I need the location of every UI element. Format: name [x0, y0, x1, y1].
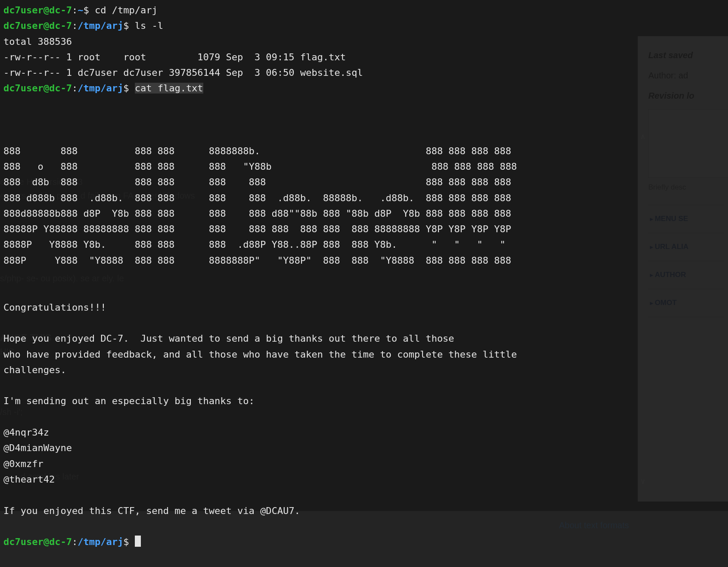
- flag-body-line: Hope you enjoyed DC-7. Just wanted to se…: [3, 333, 454, 344]
- cmd-cat: cat flag.txt: [135, 83, 203, 93]
- flag-banner-line: 888 d8b 888 888 888 888 888 888 888 888 …: [3, 177, 511, 187]
- flag-banner-line: 88888P Y88888 88888888 888 888 888 888 8…: [3, 224, 511, 234]
- prompt-sigil: $: [83, 5, 89, 16]
- ls-total: total 388536: [3, 36, 72, 47]
- flag-body-line: Congratulations!!!: [3, 302, 106, 313]
- flag-banner-line: 8888P Y8888 Y8b. 888 888 888 .d88P Y88..…: [3, 239, 511, 250]
- cmd-ls: ls -l: [135, 20, 163, 31]
- flag-banner-line: 888 d888b 888 .d88b. 888 888 888 888 .d8…: [3, 193, 511, 203]
- flag-body-line: @D4mianWayne: [3, 442, 72, 453]
- prompt-user-host: dc7user@dc-7: [3, 83, 72, 93]
- prompt-sigil: $: [123, 536, 129, 547]
- prompt-path: /tmp/arj: [78, 20, 123, 31]
- flag-body-line: @4nqr34z: [3, 427, 49, 438]
- flag-banner-line: 888d88888b888 d8P Y8b 888 888 888 888 d8…: [3, 208, 511, 219]
- flag-body-line: challenges.: [3, 364, 66, 375]
- flag-body-line: @0xmzfr: [3, 458, 44, 469]
- flag-body-line: @theart42: [3, 474, 55, 485]
- prompt-path: /tmp/arj: [78, 83, 123, 93]
- prompt-sigil: $: [123, 83, 129, 93]
- flag-body-line: If you enjoyed this CTF, send me a tweet…: [3, 505, 300, 516]
- prompt-path: /tmp/arj: [78, 536, 123, 547]
- prompt-sigil: $: [123, 20, 129, 31]
- flag-banner-line: 888P Y888 "Y8888 888 888 8888888P" "Y88P…: [3, 255, 511, 266]
- flag-body-line: who have provided feedback, and all thos…: [3, 349, 517, 360]
- prompt-user-host: dc7user@dc-7: [3, 5, 72, 16]
- prompt-user-host: dc7user@dc-7: [3, 536, 72, 547]
- terminal[interactable]: dc7user@dc-7:~$ cd /tmp/arj dc7user@dc-7…: [0, 0, 728, 567]
- cmd-cd: cd /tmp/arj: [95, 5, 158, 16]
- ls-row-flag: -rw-r--r-- 1 root root 1079 Sep 3 09:15 …: [3, 52, 346, 62]
- prompt-path-home: ~: [78, 5, 83, 16]
- prompt-user-host: dc7user@dc-7: [3, 20, 72, 31]
- flag-body-line: I'm sending out an especially big thanks…: [3, 396, 255, 406]
- ls-row-website: -rw-r--r-- 1 dc7user dc7user 397856144 S…: [3, 67, 363, 78]
- flag-banner-line: 888 o 888 888 888 888 "Y88b 888 888 888 …: [3, 161, 517, 172]
- terminal-cursor[interactable]: [135, 536, 141, 547]
- flag-banner-line: 888 888 888 888 8888888b. 888 888 888 88…: [3, 146, 511, 156]
